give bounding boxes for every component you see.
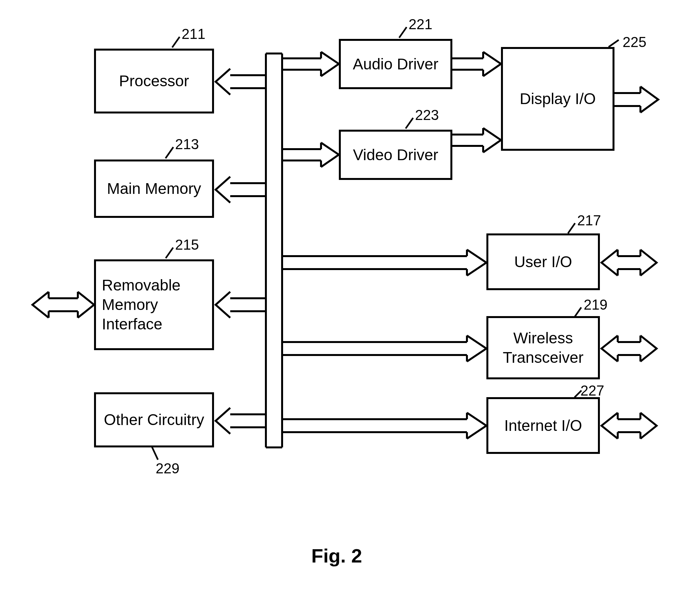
block-userio-label: User I/O [514, 252, 572, 272]
block-processor: Processor [94, 48, 214, 114]
block-wireless: Wireless Transceiver [486, 316, 600, 379]
block-rmi-label: Removable Memory Interface [102, 275, 181, 334]
tick-processor [171, 36, 180, 48]
num-main-memory: 213 [175, 136, 199, 152]
block-audio-label: Audio Driver [353, 55, 439, 74]
num-processor: 211 [182, 26, 205, 42]
block-display-label: Display I/O [520, 89, 596, 108]
block-main-memory-label: Main Memory [107, 179, 201, 198]
diagram-canvas: Processor 211 Main Memory 213 Removable … [0, 0, 679, 616]
block-wireless-label: Wireless Transceiver [503, 328, 584, 367]
block-internet-label: Internet I/O [504, 416, 582, 435]
tick-main-memory [165, 147, 174, 159]
block-other: Other Circuitry [94, 392, 214, 447]
tick-wireless [574, 307, 582, 317]
block-other-label: Other Circuitry [104, 410, 204, 429]
block-main-memory: Main Memory [94, 160, 214, 218]
tick-userio [568, 223, 576, 234]
num-internet: 227 [580, 383, 604, 399]
tick-audio [398, 27, 407, 38]
block-video-label: Video Driver [353, 145, 438, 165]
block-internet: Internet I/O [486, 397, 600, 454]
block-video: Video Driver [339, 130, 452, 180]
block-userio: User I/O [486, 233, 600, 290]
block-display: Display I/O [501, 47, 614, 151]
num-video: 223 [415, 107, 439, 123]
tick-video [405, 117, 414, 129]
block-audio: Audio Driver [339, 39, 452, 89]
num-other: 229 [156, 460, 179, 477]
num-audio: 221 [409, 16, 432, 32]
tick-other [151, 446, 159, 460]
block-rmi: Removable Memory Interface [94, 259, 214, 350]
num-rmi: 215 [175, 237, 199, 253]
block-processor-label: Processor [119, 71, 189, 91]
num-userio: 217 [577, 213, 601, 229]
tick-rmi [165, 247, 174, 259]
num-wireless: 219 [584, 297, 607, 313]
figure-caption: Fig. 2 [311, 545, 362, 567]
tick-display [608, 39, 619, 48]
num-display: 225 [622, 34, 646, 50]
